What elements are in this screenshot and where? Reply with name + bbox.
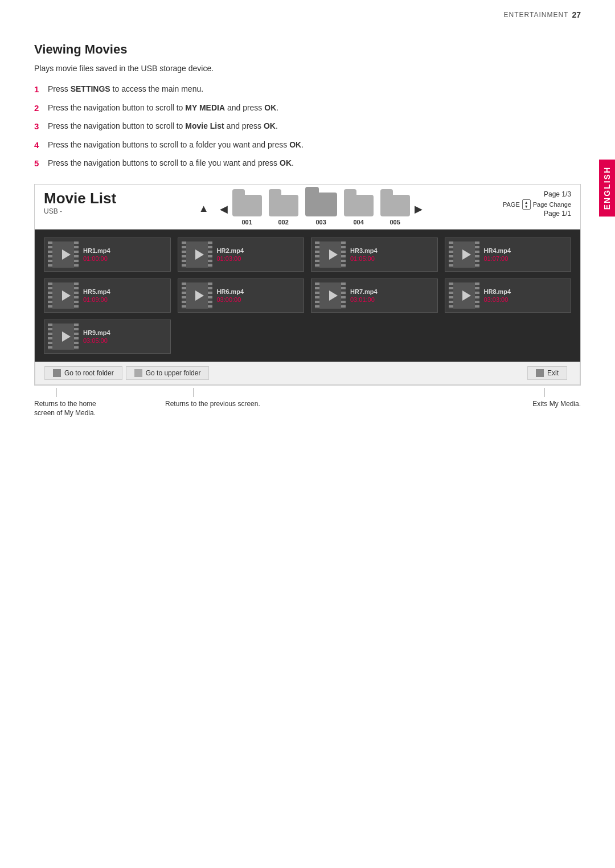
play-icon-9	[62, 331, 71, 342]
film-thumbnail-4	[449, 241, 479, 268]
film-info-9: HR9.mp4 03:05:00	[83, 329, 167, 344]
film-duration-9: 03:05:00	[83, 337, 167, 344]
movie-list-box: Movie List USB - ▲ ◀ 001	[34, 184, 581, 386]
film-duration-3: 01:05:00	[350, 255, 434, 262]
folder-004[interactable]: 004	[344, 195, 374, 226]
film-duration-2: 01:03:00	[217, 255, 301, 262]
step-num-1: 1	[34, 83, 48, 96]
go-to-root-folder-label: Go to root folder	[64, 369, 114, 377]
step-num-3: 3	[34, 120, 48, 133]
page-change-label: Page Change	[533, 201, 571, 208]
film-name-2: HR2.mp4	[217, 247, 301, 254]
side-tab-english: ENGLISH	[599, 159, 615, 216]
steps-list: 1 Press SETTINGS to access the main menu…	[34, 83, 581, 170]
step-1: 1 Press SETTINGS to access the main menu…	[34, 83, 581, 96]
film-duration-8: 03:03:00	[484, 296, 568, 303]
step-5: 5 Press the navigation buttons to scroll…	[34, 157, 581, 170]
film-name-8: HR8.mp4	[484, 288, 568, 295]
folder-nav-right[interactable]: ▶	[410, 203, 427, 215]
film-thumbnail-3	[315, 241, 346, 268]
folder-label-002: 002	[278, 219, 288, 226]
step-text-4: Press the navigation buttons to scroll t…	[48, 139, 304, 152]
film-info-2: HR2.mp4 01:03:00	[217, 247, 301, 262]
page-label: PAGE	[503, 201, 520, 208]
film-duration-4: 01:07:00	[484, 255, 568, 262]
film-item-7[interactable]: HR7.mp4 03:01:00	[311, 279, 438, 313]
upper-folder-color-indicator	[134, 369, 142, 377]
film-info-7: HR7.mp4 03:01:00	[350, 288, 434, 303]
page-info-text: Page 1/3	[544, 190, 571, 198]
film-thumbnail-1	[48, 241, 79, 268]
step-2: 2 Press the navigation button to scroll …	[34, 102, 581, 115]
movie-list-title-area: Movie List USB -	[44, 190, 116, 216]
play-icon-8	[462, 290, 471, 301]
film-duration-6: 03:00:00	[217, 296, 301, 303]
page-1-1: Page 1/1	[544, 210, 571, 218]
film-info-6: HR6.mp4 03:00:00	[217, 288, 301, 303]
go-to-upper-folder-label: Go to upper folder	[146, 369, 201, 377]
play-icon-6	[195, 290, 204, 301]
step-text-2: Press the navigation button to scroll to…	[48, 102, 278, 115]
page-header: ENTERTAINMENT 27	[0, 0, 615, 25]
folder-label-003: 003	[315, 219, 326, 226]
play-icon-2	[195, 249, 204, 260]
play-icon-4	[462, 249, 471, 260]
annotations-row: Returns to the homescreen of My Media. R…	[34, 386, 581, 419]
play-icon-7	[329, 290, 338, 301]
film-info-1: HR1.mp4 01:00:00	[83, 247, 167, 262]
folder-label-001: 001	[241, 219, 252, 226]
film-name-3: HR3.mp4	[350, 247, 434, 254]
go-to-root-folder-button[interactable]: Go to root folder	[44, 366, 122, 380]
step-text-3: Press the navigation button to scroll to…	[48, 120, 278, 133]
film-thumbnail-7	[315, 282, 346, 309]
step-text-5: Press the navigation buttons to scroll t…	[48, 157, 294, 170]
films-area: HR1.mp4 01:00:00 HR2.mp4 01:03:00	[35, 230, 580, 362]
film-info-3: HR3.mp4 01:05:00	[350, 247, 434, 262]
step-num-2: 2	[34, 102, 48, 115]
annotation-root-folder: Returns to the homescreen of My Media.	[34, 388, 148, 419]
film-item-8[interactable]: HR8.mp4 03:03:00	[445, 279, 572, 313]
film-duration-5: 01:09:00	[83, 296, 167, 303]
folder-nav-left[interactable]: ◀	[215, 203, 232, 215]
folder-nav: ▲ ◀ 001 002	[116, 190, 503, 226]
folder-002[interactable]: 002	[269, 195, 298, 226]
film-name-7: HR7.mp4	[350, 288, 434, 295]
folder-005[interactable]: 005	[380, 195, 410, 226]
annotation-upper-folder-text: Returns to the previous screen.	[165, 399, 260, 409]
play-icon-3	[329, 249, 338, 260]
page-change-area: PAGE ▲ ▼ Page Change	[503, 199, 571, 210]
page-info: Page 1/3 PAGE ▲ ▼ Page Change Page 1/1	[503, 190, 571, 218]
exit-button[interactable]: Exit	[527, 366, 567, 380]
film-thumbnail-6	[182, 282, 212, 309]
exit-color-indicator	[536, 369, 544, 377]
film-item-6[interactable]: HR6.mp4 03:00:00	[178, 279, 305, 313]
root-folder-color-indicator	[53, 369, 61, 377]
annotation-root-folder-text: Returns to the homescreen of My Media.	[34, 399, 96, 419]
film-name-5: HR5.mp4	[83, 288, 167, 295]
film-thumbnail-2	[182, 241, 212, 268]
film-info-4: HR4.mp4 01:07:00	[484, 247, 568, 262]
play-icon-1	[62, 249, 71, 260]
subtitle: Plays movie files saved in the USB stora…	[34, 64, 581, 73]
folder-001[interactable]: 001	[232, 195, 262, 226]
section-title: Viewing Movies	[34, 42, 581, 57]
film-item-3[interactable]: HR3.mp4 01:05:00	[311, 238, 438, 272]
film-item-5[interactable]: HR5.mp4 01:09:00	[44, 279, 171, 313]
folder-label-004: 004	[353, 219, 363, 226]
annotation-upper-folder: Returns to the previous screen.	[165, 388, 325, 409]
film-name-9: HR9.mp4	[83, 329, 167, 336]
film-item-2[interactable]: HR2.mp4 01:03:00	[178, 238, 305, 272]
step-4: 4 Press the navigation buttons to scroll…	[34, 139, 581, 152]
film-item-9[interactable]: HR9.mp4 03:05:00	[44, 320, 171, 354]
step-3: 3 Press the navigation button to scroll …	[34, 120, 581, 133]
main-content: Viewing Movies Plays movie files saved i…	[0, 25, 615, 441]
movie-list-usb: USB -	[44, 207, 116, 215]
film-name-4: HR4.mp4	[484, 247, 568, 254]
header-page-num: 27	[572, 10, 581, 19]
film-item-1[interactable]: HR1.mp4 01:00:00	[44, 238, 171, 272]
film-item-4[interactable]: HR4.mp4 01:07:00	[445, 238, 572, 272]
film-thumbnail-9	[48, 324, 79, 350]
go-to-upper-folder-button[interactable]: Go to upper folder	[126, 366, 210, 380]
film-duration-7: 03:01:00	[350, 296, 434, 303]
folder-003[interactable]: 003	[305, 193, 337, 226]
